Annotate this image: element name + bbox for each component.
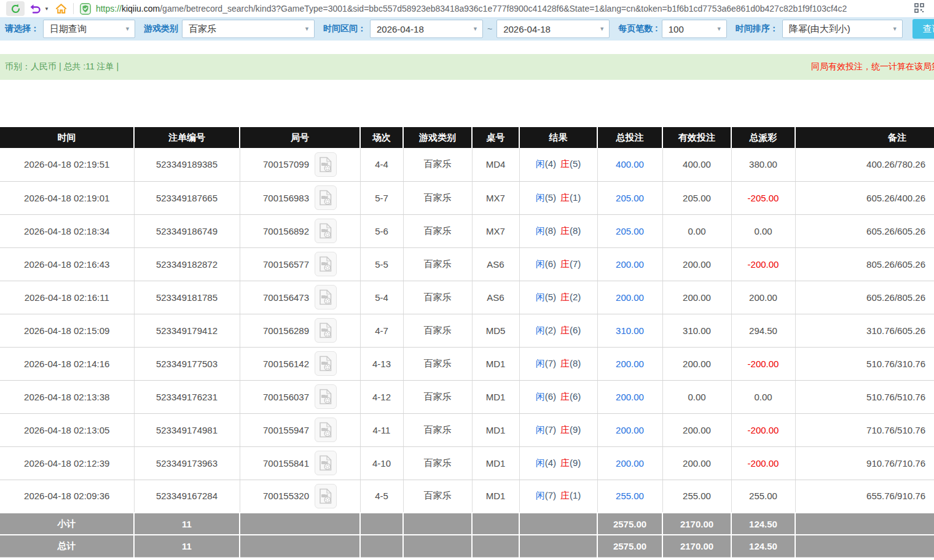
cell-round: 700156473 [240,281,360,314]
video-replay-button[interactable] [315,418,337,442]
video-replay-button[interactable] [315,451,337,475]
round-number: 700156289 [263,325,309,336]
video-replay-button[interactable] [315,285,337,309]
search-button[interactable]: 查询 [912,19,934,39]
reload-button[interactable] [6,1,25,16]
query-type-label: 请选择： [5,23,39,34]
spacer [0,41,934,54]
cell-bet-id: 523349167284 [134,480,240,513]
currency-count-text: 币别：人民币 | 总共 :11 注单 | [0,61,119,72]
banker-score: (1) [570,490,581,500]
player-score: (2) [545,325,556,335]
cell-valid-bet: 310.00 [662,314,731,347]
video-file-icon [319,389,332,405]
cell-bet-id: 523349176231 [134,380,240,413]
video-replay-button[interactable] [315,318,337,343]
url-domain: kiqiiu.com [122,4,160,14]
video-replay-button[interactable] [315,152,337,177]
banker-result: 庄 [560,358,570,368]
home-button[interactable] [55,1,67,16]
video-replay-button[interactable] [315,219,337,243]
cell-time: 2026-04-18 02:16:43 [0,247,134,281]
query-type-select[interactable]: 日期查询 ▼ [43,20,135,38]
cell-game: 百家乐 [403,181,472,214]
banker-score: (8) [570,225,581,236]
cell-payout: 255.00 [731,480,795,513]
cell-time: 2026-04-18 02:09:36 [0,480,134,513]
cell-round: 700156289 [240,314,360,347]
cell-remark: 510.76/310.76 [795,347,934,380]
per-page-label: 每页笔数 : [618,23,658,34]
cell-total-bet: 200.00 [597,380,662,413]
undo-dropdown-caret[interactable]: ▼ [44,6,49,12]
cell-round: 700156142 [240,347,360,380]
chevron-down-icon: ▼ [599,26,605,32]
cell-game: 百家乐 [403,347,472,380]
cell-result: 闲(6)庄(6) [519,380,597,413]
video-replay-button[interactable] [315,384,337,409]
cell-round: 700155947 [240,413,360,446]
url-bar[interactable]: https://kiqiiu.com/game/betrecord_search… [80,3,934,15]
per-page-value: 100 [669,24,684,34]
banker-result: 庄 [560,158,570,169]
subtotal-row: 小计 11 2575.00 2170.00 124.50 [0,513,934,535]
table-row: 2026-04-18 02:13:05 523349174981 7001559… [0,413,934,446]
cell-total-bet: 205.00 [597,214,662,247]
player-result: 闲 [536,358,545,368]
date-from-select[interactable]: 2026-04-18 ▼ [370,20,483,38]
round-number: 700155841 [263,458,309,469]
player-result: 闲 [536,259,545,269]
cell-game: 百家乐 [403,214,472,247]
video-replay-button[interactable] [315,351,337,376]
sort-select[interactable]: 降幂(由大到小) ▼ [782,20,903,38]
cell-result: 闲(4)庄(5) [519,148,597,181]
cell-session: 4-10 [360,446,403,480]
header-bet-id: 注单编号 [134,127,240,148]
player-score: (6) [545,259,556,269]
cell-payout: 0.00 [731,214,795,247]
date-to-value: 2026-04-18 [503,24,551,34]
header-session: 场次 [360,127,403,148]
player-score: (7) [545,358,556,368]
header-round: 局号 [240,127,360,148]
total-total-bet: 2575.00 [597,535,662,557]
cell-valid-bet: 200.00 [662,446,731,480]
cell-round: 700156983 [240,181,360,214]
table-row: 2026-04-18 02:18:34 523349186749 7001568… [0,214,934,247]
cell-bet-id: 523349186749 [134,214,240,247]
date-to-select[interactable]: 2026-04-18 ▼ [496,20,610,38]
qr-code-button[interactable] [914,3,924,15]
query-type-value: 日期查询 [50,23,87,35]
cell-round: 700155841 [240,446,360,480]
banker-result: 庄 [560,457,570,468]
cell-round: 700155320 [240,480,360,513]
undo-button[interactable] [29,1,41,16]
total-label: 总计 [0,535,134,557]
range-tilde: ~ [487,24,492,34]
cell-valid-bet: 205.00 [662,181,731,214]
table-header-row: 时间 注单编号 局号 场次 游戏类别 桌号 结果 总投注 有效投注 总派彩 备注 [0,127,934,148]
video-replay-button[interactable] [315,252,337,276]
video-replay-button[interactable] [315,185,337,210]
cell-time: 2026-04-18 02:13:05 [0,413,134,446]
cell-valid-bet: 200.00 [662,281,731,314]
url-path: /game/betrecord_search/kind3?GameType=30… [160,4,847,14]
video-file-icon [319,455,332,471]
banker-score: (9) [570,424,581,435]
chevron-down-icon: ▼ [473,26,478,32]
header-table: 桌号 [472,127,519,148]
cell-table: MD1 [472,347,519,380]
subtotal-payout: 124.50 [731,513,795,535]
banker-result: 庄 [560,292,570,302]
cell-session: 4-11 [360,413,403,446]
cell-remark: 510.76/510.76 [795,380,934,413]
cell-round: 700157099 [240,148,360,181]
video-file-icon [319,289,332,305]
cell-total-bet: 200.00 [597,446,662,480]
game-category-select[interactable]: 百家乐 ▼ [182,20,315,38]
per-page-select[interactable]: 100 ▼ [662,20,727,38]
cell-valid-bet: 200.00 [662,347,731,380]
video-replay-button[interactable] [315,484,337,508]
cell-remark: 605.26/605.26 [795,214,934,247]
cell-table: MD1 [472,413,519,446]
